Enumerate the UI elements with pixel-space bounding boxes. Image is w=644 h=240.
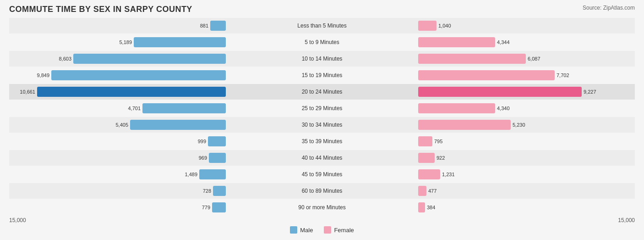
female-value: 922 [437,155,445,161]
chart-area: 881Less than 5 Minutes1,0405,1895 to 9 M… [9,18,635,215]
female-value: 384 [427,205,435,210]
legend-female-label: Female [334,227,354,234]
male-bar [210,21,226,31]
row-label: 90 or more Minutes [274,204,370,211]
row-label: 35 to 39 Minutes [274,138,370,145]
male-value: 8,603 [59,56,71,61]
male-value: 969 [199,155,207,161]
legend-female-box [324,226,331,234]
left-bar-area: 8,603 [9,51,274,67]
row-label: 30 to 34 Minutes [274,122,370,128]
female-value: 5,230 [513,122,525,128]
row-label: 5 to 9 Minutes [274,39,370,45]
male-bar [209,153,226,163]
female-bar [418,136,432,146]
left-bar-area: 1,489 [9,167,274,182]
male-bar [134,37,226,47]
legend: Male Female [9,226,635,234]
legend-female: Female [324,226,354,234]
male-bar [213,186,226,196]
right-bar-area: 1,231 [370,167,635,182]
table-row: 77990 or more Minutes384 [9,200,635,215]
left-bar-area: 5,189 [9,34,274,50]
chart-container: COMMUTE TIME BY SEX IN SARPY COUNTY Sour… [9,5,635,234]
left-bar-area: 779 [9,200,274,215]
row-label: 20 to 24 Minutes [274,89,370,95]
table-row: 8,60310 to 14 Minutes6,087 [9,51,635,67]
right-bar-area: 922 [370,150,635,166]
male-bar [142,103,226,113]
legend-male-label: Male [300,227,313,234]
male-bar [199,169,226,179]
chart-title: COMMUTE TIME BY SEX IN SARPY COUNTY [9,5,635,14]
male-bar [212,202,226,212]
table-row: 1,48945 to 59 Minutes1,231 [9,167,635,182]
row-label: Less than 5 Minutes [274,22,370,29]
row-label: 10 to 14 Minutes [274,56,370,62]
female-value: 7,702 [557,73,569,78]
right-bar-area: 1,040 [370,18,635,33]
left-bar-area: 969 [9,150,274,166]
male-value: 1,489 [185,172,197,177]
female-bar [418,169,440,179]
right-bar-area: 477 [370,183,635,199]
male-value: 5,189 [119,39,132,45]
left-bar-area: 728 [9,183,274,199]
right-bar-area: 5,230 [370,117,635,133]
right-bar-area: 795 [370,134,635,149]
table-row: 96940 to 44 Minutes922 [9,150,635,166]
female-value: 795 [434,139,442,144]
male-value: 881 [200,23,208,28]
female-value: 9,227 [584,89,596,95]
table-row: 5,40530 to 34 Minutes5,230 [9,117,635,133]
table-row: 72860 to 89 Minutes477 [9,183,635,199]
table-row: 5,1895 to 9 Minutes4,344 [9,34,635,50]
row-label: 45 to 59 Minutes [274,171,370,178]
female-bar [418,120,511,130]
male-bar [208,136,226,146]
male-value: 10,661 [20,89,35,95]
female-bar [418,70,555,80]
right-bar-area: 7,702 [370,67,635,83]
male-bar [73,54,226,64]
legend-male-box [290,226,297,234]
female-bar [418,186,426,196]
male-bar [130,120,226,130]
female-value: 4,340 [497,106,510,111]
male-value: 5,405 [115,122,128,128]
left-bar-area: 5,405 [9,117,274,133]
male-value: 728 [203,188,211,194]
female-bar [418,103,495,113]
row-label: 15 to 19 Minutes [274,72,370,78]
source-label: Source: ZipAtlas.com [583,5,635,11]
table-row: 10,66120 to 24 Minutes9,227 [9,84,635,100]
left-bar-area: 4,701 [9,100,274,116]
table-row: 99935 to 39 Minutes795 [9,134,635,149]
female-bar [418,202,425,212]
legend-male: Male [290,226,313,234]
female-bar [418,153,435,163]
table-row: 9,84915 to 19 Minutes7,702 [9,67,635,83]
left-bar-area: 9,849 [9,67,274,83]
axis-right: 15,000 [618,217,635,223]
right-bar-area: 384 [370,200,635,215]
axis-labels: 15,000 15,000 [9,217,635,223]
female-value: 1,231 [442,172,455,177]
male-value: 4,701 [128,106,141,111]
female-bar [418,87,582,97]
female-value: 4,344 [497,39,510,45]
female-value: 477 [428,188,437,194]
male-value: 779 [202,205,210,210]
male-bar [51,70,226,80]
row-label: 40 to 44 Minutes [274,155,370,161]
row-label: 60 to 89 Minutes [274,188,370,194]
female-value: 6,087 [528,56,540,61]
male-value: 9,849 [37,73,49,78]
left-bar-area: 881 [9,18,274,33]
right-bar-area: 4,344 [370,34,635,50]
table-row: 881Less than 5 Minutes1,040 [9,18,635,33]
right-bar-area: 4,340 [370,100,635,116]
female-bar [418,21,437,31]
female-bar [418,54,526,64]
right-bar-area: 9,227 [370,84,635,100]
